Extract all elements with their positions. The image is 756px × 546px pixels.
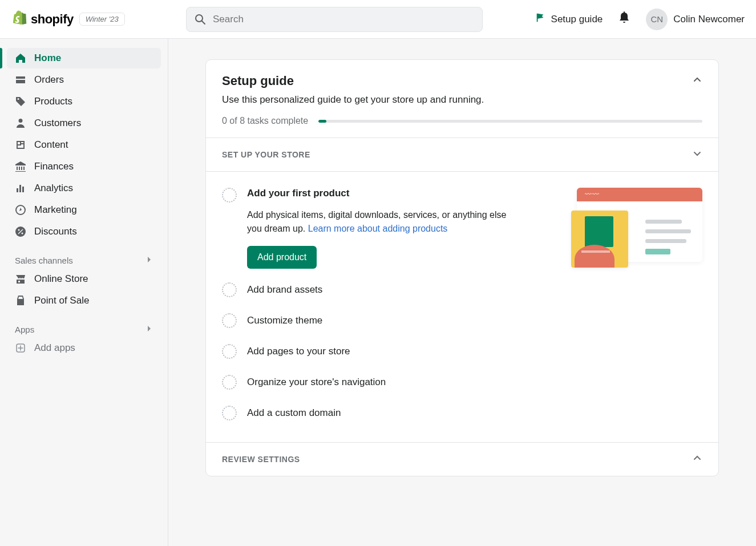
- task-title: Add a custom domain: [247, 407, 702, 419]
- nav-label: Finances: [34, 161, 74, 172]
- section-label: Set up your store: [222, 150, 310, 159]
- nav-label: Customers: [34, 118, 81, 129]
- task-illustration: 〰〰: [571, 188, 702, 268]
- card-header: Setup guide Use this personalized guide …: [206, 60, 718, 137]
- shopify-logo[interactable]: shopify: [11, 10, 74, 29]
- task-customize-theme[interactable]: Customize theme: [206, 305, 718, 336]
- nav-marketing[interactable]: Marketing: [7, 200, 161, 220]
- task-checkbox[interactable]: [222, 344, 237, 359]
- setup-guide-link-label: Setup guide: [551, 14, 603, 25]
- nav-finances[interactable]: Finances: [7, 156, 161, 177]
- nav-label: Online Store: [34, 273, 88, 285]
- store-icon: [15, 273, 26, 285]
- task-add-product[interactable]: Add your first product Add physical item…: [206, 182, 718, 274]
- progress-fill: [318, 120, 326, 123]
- nav-discounts[interactable]: Discounts: [7, 221, 161, 242]
- svg-line-1: [202, 21, 205, 24]
- chevron-down-icon: [692, 148, 702, 161]
- task-title: Add brand assets: [247, 284, 702, 296]
- nav-orders[interactable]: Orders: [7, 70, 161, 90]
- notifications-button[interactable]: [618, 11, 630, 27]
- learn-more-link[interactable]: Learn more about adding products: [308, 224, 448, 233]
- task-brand-assets[interactable]: Add brand assets: [206, 274, 718, 305]
- nav-content[interactable]: Content: [7, 135, 161, 155]
- task-checkbox[interactable]: [222, 313, 237, 328]
- nav-pos[interactable]: Point of Sale: [7, 290, 161, 311]
- flag-icon: [535, 13, 545, 26]
- logo-group: shopify Winter '23: [11, 10, 177, 29]
- task-organize-nav[interactable]: Organize your store's navigation: [206, 367, 718, 398]
- tag-icon: [15, 96, 26, 107]
- card-subtitle: Use this personalized guide to get your …: [222, 94, 702, 106]
- nav-label: Home: [34, 52, 61, 64]
- task-body: Add your first product Add physical item…: [247, 188, 549, 269]
- task-checkbox[interactable]: [222, 375, 237, 390]
- section-label: Sales channels: [15, 256, 73, 265]
- target-icon: [15, 204, 26, 216]
- collapse-button[interactable]: [692, 75, 702, 87]
- section-label: Review settings: [222, 455, 300, 464]
- task-title: Organize your store's navigation: [247, 377, 702, 388]
- content-icon: [15, 139, 26, 151]
- task-add-pages[interactable]: Add pages to your store: [206, 336, 718, 367]
- bank-icon: [15, 161, 26, 172]
- nav-label: Point of Sale: [34, 295, 89, 306]
- nav-home[interactable]: Home: [7, 48, 161, 68]
- pos-icon: [15, 295, 26, 306]
- task-custom-domain[interactable]: Add a custom domain: [206, 398, 718, 428]
- bars-icon: [15, 183, 26, 194]
- inbox-icon: [15, 74, 26, 86]
- task-title: Customize theme: [247, 315, 702, 326]
- add-product-button[interactable]: Add product: [247, 246, 317, 269]
- search-input[interactable]: [213, 14, 474, 25]
- search-box[interactable]: [186, 7, 483, 32]
- nav-analytics[interactable]: Analytics: [7, 178, 161, 199]
- edition-badge: Winter '23: [79, 13, 125, 26]
- setup-guide-link[interactable]: Setup guide: [535, 13, 603, 26]
- task-title: Add pages to your store: [247, 346, 702, 357]
- sales-channels-section: Sales channels Online Store Point of Sal…: [0, 252, 168, 311]
- section-label: Apps: [15, 325, 34, 334]
- search-wrap: [186, 7, 483, 32]
- progress-row: 0 of 8 tasks complete: [222, 116, 702, 126]
- person-icon: [15, 118, 26, 129]
- task-checkbox[interactable]: [222, 188, 237, 203]
- nav-label: Discounts: [34, 226, 77, 237]
- nav-label: Orders: [34, 74, 64, 86]
- main-content: Setup guide Use this personalized guide …: [168, 39, 756, 546]
- svg-point-5: [22, 233, 23, 234]
- sales-channels-header[interactable]: Sales channels: [7, 252, 161, 269]
- chevron-right-icon: [145, 325, 153, 334]
- add-apps-button[interactable]: Add apps: [7, 338, 161, 358]
- svg-point-4: [18, 229, 20, 231]
- plus-icon: [15, 342, 26, 354]
- card-title: Setup guide: [222, 74, 294, 88]
- percent-icon: [15, 226, 26, 237]
- nav-products[interactable]: Products: [7, 91, 161, 112]
- section-review-settings-header[interactable]: Review settings: [206, 442, 718, 476]
- nav-label: Marketing: [34, 204, 77, 216]
- apps-header[interactable]: Apps: [7, 321, 161, 338]
- brand-text: shopify: [31, 12, 74, 27]
- user-name: Colin Newcomer: [673, 14, 745, 25]
- task-title: Add your first product: [247, 188, 549, 199]
- app-header: shopify Winter '23 Setup guide CN Colin …: [0, 0, 756, 39]
- svg-point-0: [196, 15, 203, 22]
- task-description: Add physical items, digital downloads, s…: [247, 208, 521, 236]
- chevron-up-icon: [692, 453, 702, 466]
- chevron-right-icon: [145, 256, 153, 265]
- section-setup-store-header[interactable]: Set up your store: [206, 137, 718, 171]
- progress-bar: [318, 120, 702, 123]
- user-menu[interactable]: CN Colin Newcomer: [646, 9, 745, 30]
- nav-label: Add apps: [34, 342, 75, 354]
- nav-online-store[interactable]: Online Store: [7, 269, 161, 289]
- task-checkbox[interactable]: [222, 282, 237, 297]
- task-checkbox[interactable]: [222, 406, 237, 420]
- shopify-bag-icon: [11, 10, 27, 29]
- progress-text: 0 of 8 tasks complete: [222, 116, 308, 126]
- sidebar: Home Orders Products Customers Content F…: [0, 39, 168, 546]
- primary-nav: Home Orders Products Customers Content F…: [0, 48, 168, 242]
- nav-customers[interactable]: Customers: [7, 113, 161, 134]
- nav-label: Analytics: [34, 183, 73, 194]
- nav-label: Products: [34, 96, 72, 107]
